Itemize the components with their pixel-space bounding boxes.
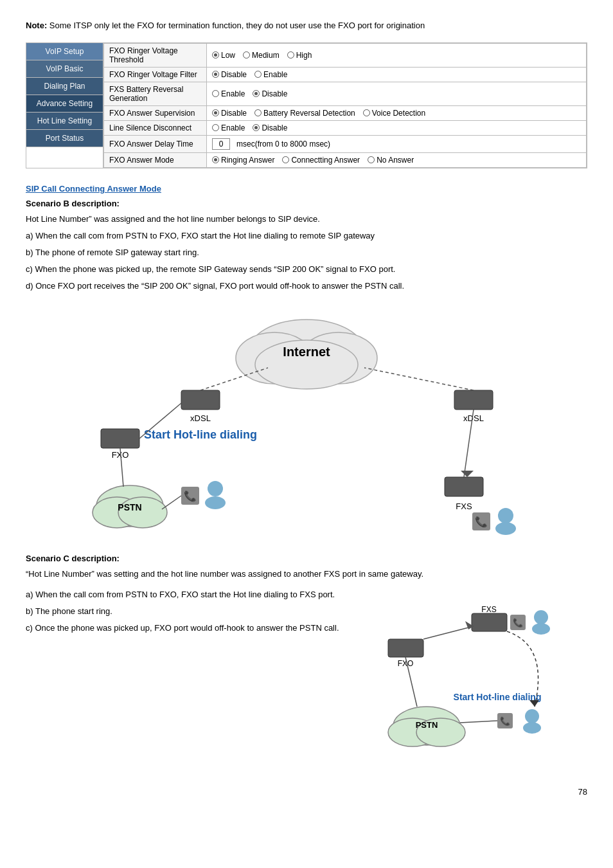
- setting-value: Ringing Answer Connectting Answer No Ans…: [207, 152, 587, 167]
- radio-circle-disable: [253, 124, 260, 131]
- radio-disable[interactable]: Disable: [212, 70, 247, 79]
- radio-label-ringing: Ringing Answer: [221, 156, 274, 165]
- radio-group-voltage: Low Medium High: [212, 51, 581, 60]
- setting-value: Enable Disable: [207, 120, 587, 135]
- svg-point-38: [523, 722, 541, 734]
- diagram-c-svg: FXO FXS 📞 PSTN 📞: [369, 588, 587, 768]
- delay-input-group: msec(from 0 to 8000 msec): [212, 138, 581, 150]
- radio-label-enable: Enable: [263, 70, 287, 79]
- fxo-label-c: FXO: [398, 659, 414, 668]
- radio-high[interactable]: High: [287, 51, 312, 60]
- radio-label-no-answer: No Answer: [377, 156, 414, 165]
- radio-label-high: High: [296, 51, 312, 60]
- svg-marker-24: [461, 471, 474, 477]
- svg-rect-14: [445, 477, 483, 496]
- sip-section: SIP Call Connecting Answer Mode Scenario…: [26, 184, 587, 293]
- sidebar-item-dialing-plan[interactable]: Dialing Plan: [26, 78, 103, 95]
- radio-circle-battery: [254, 109, 262, 116]
- radio-disable[interactable]: Disable: [253, 123, 287, 132]
- radio-low[interactable]: Low: [212, 51, 235, 60]
- sidebar-item-hot-line[interactable]: Hot Line Setting: [26, 113, 103, 130]
- svg-text:📞: 📞: [513, 617, 524, 628]
- fxs-label-b: FXS: [456, 502, 472, 511]
- radio-enable[interactable]: Enable: [212, 89, 245, 98]
- radio-enable[interactable]: Enable: [254, 70, 287, 79]
- sidebar-item-voip-setup[interactable]: VoIP Setup: [26, 43, 103, 60]
- scenario-c-heading: Scenario C description:: [26, 554, 587, 563]
- table-row: FXO Answer Supervision Disable Battery R…: [104, 105, 587, 120]
- radio-label-disable: Disable: [262, 89, 287, 98]
- table-row: Line Silence Disconnect Enable Disable: [104, 120, 587, 135]
- radio-label-connecting: Connectting Answer: [291, 156, 360, 165]
- fxs-label-c: FXS: [481, 605, 496, 614]
- scenario-c-diagram: FXO FXS 📞 PSTN 📞: [369, 588, 587, 768]
- svg-rect-26: [388, 639, 423, 657]
- scenario-c-intro: “Hot Line Number” was setting and the ho…: [26, 567, 587, 581]
- radio-ringing-answer[interactable]: Ringing Answer: [212, 156, 274, 165]
- svg-text:📞: 📞: [184, 490, 197, 502]
- setting-label: FXS Battery Reversal Generation: [104, 82, 207, 105]
- radio-battery-reversal[interactable]: Battery Reversal Detection: [254, 109, 355, 118]
- sidebar-item-port-status[interactable]: Port Status: [26, 130, 103, 147]
- setting-value: Low Medium High: [207, 43, 587, 67]
- svg-rect-13: [454, 390, 493, 410]
- scenario-b-line-2: b) The phone of remote SIP gateway start…: [26, 246, 587, 260]
- scenario-c-line-1: b) The phone start ring.: [26, 604, 356, 619]
- radio-circle-disable: [212, 109, 219, 116]
- scenario-c-text: a) When the call com from PSTN to FXO, F…: [26, 588, 356, 768]
- svg-rect-5: [181, 390, 220, 410]
- radio-label-disable: Disable: [221, 70, 247, 79]
- scenario-b-heading: Scenario B description:: [26, 199, 587, 208]
- setting-value: msec(from 0 to 8000 msec): [207, 135, 587, 152]
- table-row: FXO Answer Mode Ringing Answer Connectti…: [104, 152, 587, 167]
- radio-label-voice: Voice Detection: [372, 109, 425, 118]
- radio-group-filter: Disable Enable: [212, 70, 581, 79]
- radio-label-battery: Battery Reversal Detection: [263, 109, 355, 118]
- setting-label: Line Silence Disconnect: [104, 120, 207, 135]
- note-paragraph: Note: Some ITSP only let the FXO for ter…: [26, 19, 587, 32]
- note-prefix: Note:: [26, 21, 47, 30]
- scenario-c-section: Scenario C description: “Hot Line Number…: [26, 554, 587, 768]
- note-content: Some ITSP only let the FXO for terminati…: [47, 21, 425, 30]
- svg-point-11: [208, 481, 223, 496]
- scenario-b-line-3: c) When the phone was picked up, the rem…: [26, 262, 587, 276]
- radio-enable[interactable]: Enable: [212, 123, 245, 132]
- hotline-label-c: Start Hot-line dialing: [454, 692, 542, 702]
- radio-circle-no-answer: [368, 156, 375, 163]
- svg-text:📞: 📞: [475, 516, 488, 528]
- sidebar-item-voip-basic[interactable]: VoIP Basic: [26, 60, 103, 78]
- sip-heading[interactable]: SIP Call Connecting Answer Mode: [26, 184, 587, 194]
- svg-point-17: [498, 508, 513, 523]
- scenario-c-line-2: c) Once the phone was picked up, FXO por…: [26, 621, 356, 635]
- radio-medium[interactable]: Medium: [243, 51, 280, 60]
- table-row: FXO Ringer Voltage Filter Disable Enable: [104, 67, 587, 82]
- scenario-b-line-4: d) Once FXO port receives the “SIP 200 O…: [26, 279, 587, 293]
- svg-point-37: [525, 709, 539, 723]
- radio-disable[interactable]: Disable: [253, 89, 287, 98]
- setting-label: FXO Ringer Voltage Threshold: [104, 43, 207, 67]
- radio-voice-detection[interactable]: Voice Detection: [363, 109, 425, 118]
- radio-no-answer[interactable]: No Answer: [368, 156, 414, 165]
- delay-input[interactable]: [212, 138, 230, 150]
- radio-circle-disable: [253, 90, 260, 97]
- radio-disable[interactable]: Disable: [212, 109, 247, 118]
- sidebar-item-advance-setting[interactable]: Advance Setting: [26, 95, 103, 113]
- setting-label: FXO Answer Supervision: [104, 105, 207, 120]
- radio-circle-medium: [243, 51, 250, 59]
- radio-group-supervision: Disable Battery Reversal Detection Voice…: [212, 109, 581, 118]
- table-row: FXS Battery Reversal Generation Enable D…: [104, 82, 587, 105]
- svg-point-31: [532, 623, 550, 635]
- radio-label-disable: Disable: [221, 109, 247, 118]
- radio-circle-low: [212, 51, 219, 59]
- setting-label: FXO Answer Delay Time: [104, 135, 207, 152]
- svg-point-30: [534, 610, 548, 624]
- radio-label-enable: Enable: [221, 89, 245, 98]
- xdsl-left-label: xDSL: [190, 413, 211, 423]
- setting-label: FXO Ringer Voltage Filter: [104, 67, 207, 82]
- pstn-label-c: PSTN: [416, 720, 438, 730]
- scenario-b-line-1: a) When the call com from PSTN to FXO, F…: [26, 229, 587, 243]
- radio-connecting-answer[interactable]: Connectting Answer: [282, 156, 360, 165]
- hotline-label-b: Start Hot-line dialing: [144, 428, 257, 441]
- settings-table: FXO Ringer Voltage Threshold Low Medium: [103, 43, 587, 168]
- radio-group-battery: Enable Disable: [212, 89, 581, 98]
